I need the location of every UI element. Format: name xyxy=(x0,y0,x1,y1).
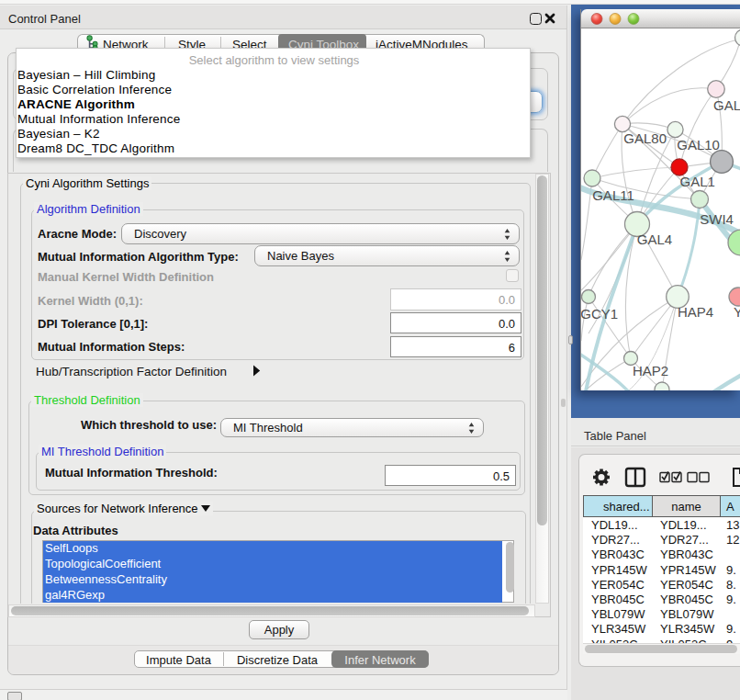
svg-text:GAL10: GAL10 xyxy=(677,137,720,152)
svg-text:GAL80: GAL80 xyxy=(623,130,667,146)
svg-text:HAP4: HAP4 xyxy=(678,304,713,320)
svg-text:GAL11: GAL11 xyxy=(592,187,634,203)
svg-text:GAL1: GAL1 xyxy=(680,174,715,189)
svg-text:GAL2: GAL2 xyxy=(713,97,740,113)
svg-text:HAP2: HAP2 xyxy=(633,363,668,378)
svg-text:GAL4: GAL4 xyxy=(637,231,672,247)
svg-text:YMR: YMR xyxy=(734,304,740,320)
svg-text:GCY1: GCY1 xyxy=(581,306,618,322)
svg-text:SWI4: SWI4 xyxy=(700,211,734,227)
